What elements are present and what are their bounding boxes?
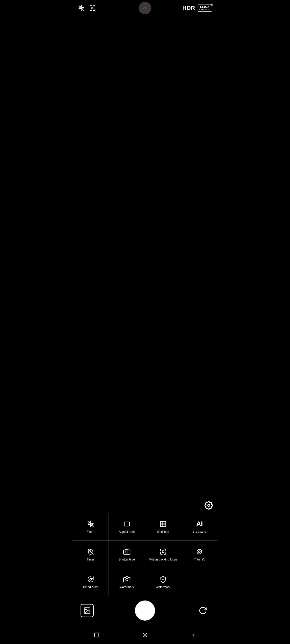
- option-empty: [181, 568, 218, 596]
- assist-cam-label: Watermark: [119, 585, 134, 589]
- timed-burst-label: Timed burst: [83, 585, 98, 589]
- nav-back-button[interactable]: [188, 630, 198, 640]
- svg-point-22: [199, 551, 200, 552]
- top-bar-left-controls: [78, 5, 96, 11]
- assist-cam-icon: [123, 576, 130, 583]
- svg-point-30: [144, 634, 146, 636]
- svg-point-27: [86, 609, 87, 610]
- svg-point-4: [208, 504, 210, 507]
- timer-label: Timer: [87, 558, 94, 562]
- aspect-ratio-label: Aspect ratio: [119, 530, 135, 534]
- gridlines-icon: [160, 520, 167, 528]
- ai-camera-icon: AI: [196, 520, 203, 528]
- focus-scan-icon[interactable]: [89, 5, 96, 11]
- gallery-button[interactable]: [81, 604, 94, 617]
- timer-icon: [87, 548, 94, 555]
- svg-text:M: M: [162, 578, 164, 581]
- settings-icon-overlay[interactable]: [204, 501, 213, 510]
- svg-point-29: [143, 633, 147, 637]
- svg-point-24: [126, 578, 128, 581]
- flash-label: Flash: [87, 530, 94, 534]
- flash-icon: [87, 520, 94, 528]
- bottom-controls: [72, 596, 218, 627]
- svg-rect-8: [160, 521, 166, 527]
- shutter-type-icon: [123, 548, 130, 555]
- collapse-button[interactable]: [139, 2, 151, 14]
- option-flash[interactable]: Flash: [72, 513, 109, 541]
- leica-top-text: LEICA: [199, 5, 210, 9]
- svg-point-23: [90, 578, 91, 580]
- watermark-label: Watermark: [156, 585, 170, 589]
- hdr-label[interactable]: HDR: [183, 5, 195, 11]
- nav-square-button[interactable]: [92, 630, 102, 640]
- shutter-button[interactable]: [135, 600, 155, 621]
- top-bar-right-controls: HDR LEICA AUTHENTIC: [183, 5, 212, 12]
- nav-bar: [72, 627, 218, 644]
- option-aspect-ratio[interactable]: Aspect ratio: [109, 513, 145, 541]
- option-shutter-type[interactable]: Shutter type: [109, 541, 145, 568]
- flash-off-icon[interactable]: [78, 5, 85, 11]
- top-bar: HDR LEICA AUTHENTIC: [72, 0, 218, 14]
- svg-point-16: [126, 551, 128, 553]
- option-ai-camera[interactable]: AI AI camera: [181, 513, 218, 541]
- ai-camera-label: AI camera: [193, 531, 206, 535]
- tilt-shift-label: Tilt-shift: [194, 558, 205, 562]
- svg-rect-7: [124, 522, 129, 526]
- option-assist-cam[interactable]: Watermark: [109, 568, 145, 596]
- gridlines-label: Gridlines: [157, 530, 169, 534]
- camera-screen: HDR LEICA AUTHENTIC: [72, 0, 218, 644]
- watermark-icon: M: [160, 576, 167, 583]
- rotate-camera-button[interactable]: [196, 604, 209, 617]
- timed-burst-icon: [87, 576, 94, 583]
- option-motion-tracking[interactable]: Motion tracking focus: [145, 541, 181, 568]
- leica-bottom-text: AUTHENTIC: [199, 9, 210, 11]
- option-gridlines[interactable]: Gridlines: [145, 513, 181, 541]
- viewfinder: [72, 14, 218, 513]
- nav-home-button[interactable]: [140, 630, 150, 640]
- motion-tracking-label: Motion tracking focus: [149, 558, 177, 562]
- svg-rect-28: [95, 633, 99, 637]
- aspect-ratio-icon: [123, 520, 130, 528]
- motion-tracking-icon: [160, 548, 167, 555]
- options-grid: Flash Aspect ratio Gridlin: [72, 513, 218, 596]
- shutter-type-label: Shutter type: [119, 558, 135, 562]
- svg-point-21: [197, 549, 202, 554]
- option-timer[interactable]: Timer: [72, 541, 109, 568]
- option-timed-burst[interactable]: Timed burst: [72, 568, 109, 596]
- option-watermark[interactable]: M Watermark: [145, 568, 181, 596]
- svg-point-2: [92, 7, 93, 9]
- top-bar-center: [139, 2, 151, 14]
- leica-badge: LEICA AUTHENTIC: [198, 5, 212, 12]
- option-tilt-shift[interactable]: Tilt-shift: [181, 541, 218, 568]
- tilt-shift-icon: [196, 548, 203, 555]
